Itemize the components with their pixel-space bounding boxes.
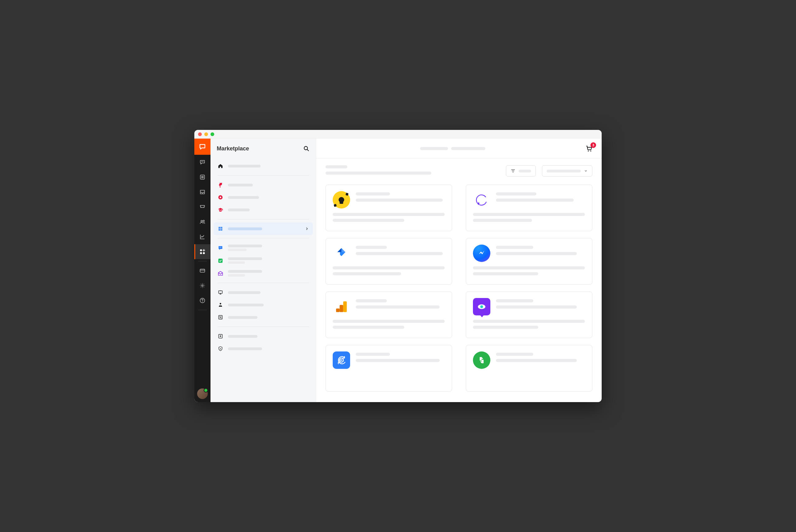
card-text-placeholder <box>356 359 440 362</box>
chat-bubble-logo-icon <box>199 143 206 150</box>
rail-item[interactable] <box>195 214 210 229</box>
svg-rect-23 <box>343 301 347 312</box>
svg-rect-24 <box>339 305 343 312</box>
help-circle-icon <box>199 298 205 304</box>
window-close-button[interactable] <box>198 132 202 136</box>
sidebar-item[interactable] <box>214 223 313 235</box>
svg-point-17 <box>220 316 220 317</box>
card-text-placeholder <box>496 246 533 249</box>
app-card-jira[interactable] <box>326 238 452 285</box>
filter-button[interactable] <box>506 165 536 176</box>
sidebar-item[interactable] <box>214 286 313 299</box>
filter-label-placeholder <box>519 170 531 172</box>
topbar-placeholder <box>451 147 485 150</box>
topbar-placeholder <box>420 147 448 150</box>
card-text-placeholder <box>333 219 404 222</box>
sidebar-item-label <box>228 184 253 187</box>
card-text-placeholder <box>333 266 445 269</box>
card-text-placeholder <box>496 353 533 356</box>
messenger-icon <box>473 245 490 262</box>
rail-item[interactable] <box>195 293 210 308</box>
rail-item[interactable] <box>195 170 210 185</box>
sidebar-item[interactable] <box>214 254 313 267</box>
sidebar-item-label <box>228 209 250 211</box>
window-titlebar <box>195 130 601 138</box>
rail-item[interactable] <box>195 155 210 170</box>
chat-bubble-icon <box>199 159 205 165</box>
app-logo[interactable] <box>195 138 210 155</box>
users-icon <box>199 219 205 225</box>
gear-icon <box>199 283 205 289</box>
sidebar: Marketplace <box>210 138 316 402</box>
sidebar-item[interactable] <box>214 311 313 323</box>
card-text-placeholder <box>356 198 443 202</box>
app-card-messenger[interactable] <box>466 238 592 285</box>
svg-point-22 <box>590 150 591 151</box>
svg-rect-25 <box>336 308 340 312</box>
sidebar-item-sublabel <box>228 261 245 264</box>
inbox-icon <box>199 189 205 195</box>
sidebar-item[interactable] <box>214 342 313 355</box>
search-button[interactable] <box>303 145 310 152</box>
list-icon <box>199 174 205 180</box>
sidebar-divider <box>217 283 309 283</box>
download-box-icon <box>217 333 224 339</box>
page-subtitle-placeholder <box>326 172 431 175</box>
home-icon <box>217 163 224 169</box>
card-text-placeholder <box>356 246 387 249</box>
rail-item[interactable] <box>195 185 210 200</box>
sidebar-item-label <box>228 347 262 350</box>
card-text-placeholder <box>496 198 574 202</box>
rail-item-apps[interactable] <box>195 244 210 259</box>
user-avatar[interactable] <box>197 388 208 399</box>
sidebar-item[interactable] <box>214 204 313 216</box>
sidebar-item[interactable] <box>214 330 313 342</box>
eye-icon <box>473 298 490 316</box>
card-text-placeholder <box>496 305 577 308</box>
card-text-placeholder <box>333 213 445 216</box>
sidebar-item[interactable] <box>214 179 313 191</box>
svg-point-2 <box>203 220 204 222</box>
check-square-icon <box>217 258 224 264</box>
content-header <box>326 165 592 176</box>
rail-item[interactable] <box>195 278 210 293</box>
window-zoom-button[interactable] <box>210 132 214 136</box>
sidebar-item[interactable] <box>214 191 313 204</box>
sidebar-divider <box>217 219 309 220</box>
svg-point-9 <box>202 301 203 302</box>
recycle-icon <box>473 352 490 369</box>
app-card-knowledgebase[interactable] <box>326 185 452 231</box>
svg-point-27 <box>480 305 483 308</box>
cart-button[interactable]: 3 <box>586 145 593 152</box>
sidebar-item[interactable] <box>214 160 313 172</box>
app-card-currency[interactable] <box>326 345 452 392</box>
sidebar-item[interactable] <box>214 267 313 280</box>
sidebar-item-label <box>228 270 262 273</box>
svg-point-21 <box>588 150 589 151</box>
star-circle-icon <box>217 194 224 201</box>
card-text-placeholder <box>496 192 536 195</box>
shield-icon <box>217 345 224 352</box>
sidebar-item[interactable] <box>214 242 313 254</box>
sort-dropdown[interactable] <box>542 165 592 176</box>
card-text-placeholder <box>333 320 445 323</box>
svg-point-15 <box>220 303 221 305</box>
sidebar-item-label <box>228 165 261 168</box>
jira-icon <box>333 245 350 262</box>
sidebar-item[interactable] <box>214 299 313 311</box>
app-card-analytics[interactable] <box>326 291 452 338</box>
filter-icon <box>511 168 516 173</box>
rail-item[interactable] <box>195 229 210 244</box>
window-minimize-button[interactable] <box>204 132 208 136</box>
app-card-crisp[interactable] <box>466 185 592 231</box>
rail-item[interactable] <box>195 263 210 278</box>
rail-item[interactable] <box>195 200 210 214</box>
chat-square-icon <box>217 245 224 251</box>
app-card-hotjar[interactable] <box>466 291 592 338</box>
card-text-placeholder <box>473 272 538 275</box>
topbar: 3 <box>316 138 601 158</box>
main-area: 3 <box>316 138 601 402</box>
chevron-down-icon <box>584 169 588 173</box>
svg-point-28 <box>339 358 343 362</box>
app-card-recycle[interactable] <box>466 345 592 392</box>
